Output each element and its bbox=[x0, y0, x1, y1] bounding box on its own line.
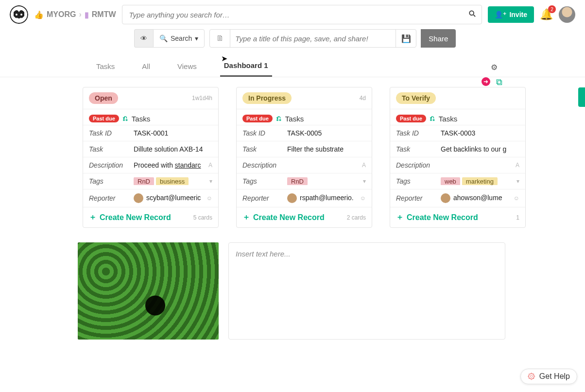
image-widget[interactable] bbox=[78, 242, 219, 340]
field-label: Description bbox=[89, 161, 134, 169]
mouse-cursor: ➤ bbox=[221, 54, 227, 63]
card-count: 5 cards bbox=[193, 214, 212, 221]
field-label: Task bbox=[242, 145, 287, 153]
field-label: Tags bbox=[242, 177, 287, 185]
svg-point-2 bbox=[20, 14, 22, 16]
svg-point-1 bbox=[16, 14, 17, 16]
tag-chip[interactable]: RnD bbox=[134, 177, 154, 185]
thumbs-up-icon: 👍 bbox=[34, 10, 44, 19]
search-label: Search bbox=[171, 34, 192, 42]
field-value[interactable]: TASK-0005 bbox=[287, 129, 366, 137]
status-pill[interactable]: To Verify bbox=[396, 92, 436, 104]
svg-point-3 bbox=[470, 11, 474, 15]
page-icon: 🗎 bbox=[210, 30, 230, 47]
notification-badge: 2 bbox=[548, 5, 556, 13]
tasks-label: Tasks bbox=[285, 115, 304, 123]
past-due-badge: Past due bbox=[89, 115, 119, 122]
dropdown-icon[interactable]: ▾ bbox=[209, 178, 212, 185]
invite-label: Invite bbox=[509, 11, 527, 18]
user-avatar[interactable] bbox=[559, 6, 575, 23]
side-feedback-tab[interactable] bbox=[578, 87, 585, 107]
field-label: Task ID bbox=[396, 129, 441, 137]
dropdown-icon[interactable]: ▾ bbox=[363, 178, 366, 185]
field-value[interactable]: webmarketing bbox=[441, 177, 514, 185]
app-logo[interactable] bbox=[10, 5, 28, 24]
saved-search-button[interactable]: 🔍 Search ▾ bbox=[153, 29, 205, 48]
plus-icon: ＋ bbox=[89, 212, 97, 222]
visibility-toggle[interactable]: 👁 bbox=[134, 29, 153, 48]
field-value[interactable]: ahowson@lume bbox=[441, 193, 511, 203]
field-label: Reporter bbox=[89, 194, 134, 202]
caret-down-icon: ▾ bbox=[195, 34, 198, 42]
text-type-icon: A bbox=[208, 162, 212, 169]
tag-chip[interactable]: marketing bbox=[462, 177, 498, 185]
field-label: Tags bbox=[89, 177, 134, 185]
tab-dashboard-1[interactable]: Dashboard 1 bbox=[220, 57, 272, 77]
breadcrumb-org[interactable]: MYORG bbox=[47, 10, 76, 19]
global-search[interactable] bbox=[122, 5, 482, 24]
field-label: Task ID bbox=[242, 129, 287, 137]
kanban-column: In Progress 4d Past due ⎌ Tasks Task ID … bbox=[236, 87, 372, 228]
field-value[interactable]: TASK-0003 bbox=[441, 129, 519, 137]
tab-tasks[interactable]: Tasks bbox=[92, 58, 119, 76]
kanban-column: To Verify Past due ⎌ Tasks Task ID TASK-… bbox=[390, 87, 526, 228]
tag-chip[interactable]: business bbox=[156, 177, 189, 185]
breadcrumb: 👍 MYORG › ▮ RMTW bbox=[34, 10, 116, 19]
field-value[interactable]: Get backlinks to our g bbox=[441, 145, 519, 153]
reporter-avatar bbox=[134, 193, 143, 203]
page-title-input[interactable] bbox=[230, 30, 396, 47]
field-value[interactable]: Filter the substrate bbox=[287, 145, 366, 153]
field-label: Description bbox=[242, 161, 287, 169]
breadcrumb-project[interactable]: RMTW bbox=[92, 10, 116, 19]
kanban-column: Open 1w1d4h Past due ⎌ Tasks Task ID TAS… bbox=[83, 87, 219, 228]
text-type-icon: A bbox=[516, 162, 519, 169]
plus-icon: ＋ bbox=[396, 212, 404, 222]
field-value[interactable]: Dillute solution AXB-14 bbox=[134, 145, 212, 153]
field-label: Reporter bbox=[242, 194, 287, 202]
chevron-right-icon: › bbox=[79, 10, 81, 19]
person-icon: ☺ bbox=[206, 195, 212, 202]
tab-views[interactable]: Views bbox=[173, 58, 201, 76]
dropdown-icon[interactable]: ▾ bbox=[516, 178, 519, 185]
search-icon[interactable] bbox=[469, 10, 476, 19]
tasks-label: Tasks bbox=[439, 115, 457, 123]
save-button[interactable]: 💾 bbox=[396, 30, 416, 47]
field-label: Description bbox=[396, 161, 441, 169]
share-button[interactable]: Share bbox=[421, 29, 456, 48]
create-record-button[interactable]: ＋Create New Record bbox=[396, 212, 478, 222]
card-count: 1 bbox=[516, 214, 519, 221]
field-value[interactable]: Proceed with standarc bbox=[134, 161, 206, 169]
field-label: Task bbox=[396, 145, 441, 153]
notifications-bell[interactable]: 🔔 2 bbox=[540, 8, 553, 21]
field-value[interactable]: RnDbusiness bbox=[134, 177, 206, 185]
tag-chip[interactable]: RnD bbox=[287, 177, 308, 185]
reporter-avatar bbox=[441, 193, 450, 203]
field-value[interactable]: RnD bbox=[287, 177, 360, 185]
field-value[interactable]: TASK-0001 bbox=[134, 129, 212, 137]
pin-icon[interactable]: ➜ bbox=[482, 77, 490, 86]
open-external-icon[interactable]: ⧉ bbox=[496, 77, 502, 87]
field-label: Tags bbox=[396, 177, 441, 185]
field-label: Task bbox=[89, 145, 134, 153]
field-label: Task ID bbox=[89, 129, 134, 137]
field-label: Reporter bbox=[396, 194, 441, 202]
settings-gear-icon[interactable]: ⚙ bbox=[491, 63, 498, 72]
plus-icon: ＋ bbox=[242, 212, 250, 222]
tasks-icon: ⎌ bbox=[276, 114, 281, 123]
status-pill[interactable]: In Progress bbox=[242, 92, 292, 104]
field-value[interactable]: scybart@lumeeric bbox=[134, 193, 204, 203]
reporter-avatar bbox=[287, 193, 297, 203]
create-record-button[interactable]: ＋Create New Record bbox=[89, 212, 171, 222]
card-count: 2 cards bbox=[347, 214, 366, 221]
create-record-button[interactable]: ＋Create New Record bbox=[242, 212, 325, 222]
person-plus-icon: 👤⁺ bbox=[495, 11, 506, 18]
tab-all[interactable]: All bbox=[138, 58, 154, 76]
status-pill[interactable]: Open bbox=[89, 92, 118, 104]
tag-chip[interactable]: web bbox=[441, 177, 460, 185]
search-input[interactable] bbox=[128, 10, 469, 19]
person-icon: ☺ bbox=[360, 195, 366, 202]
text-widget[interactable]: Insert text here... bbox=[228, 242, 505, 340]
field-value[interactable]: rspath@lumeerio. bbox=[287, 193, 357, 203]
person-icon: ☺ bbox=[514, 195, 519, 202]
invite-button[interactable]: 👤⁺ Invite bbox=[488, 6, 534, 23]
